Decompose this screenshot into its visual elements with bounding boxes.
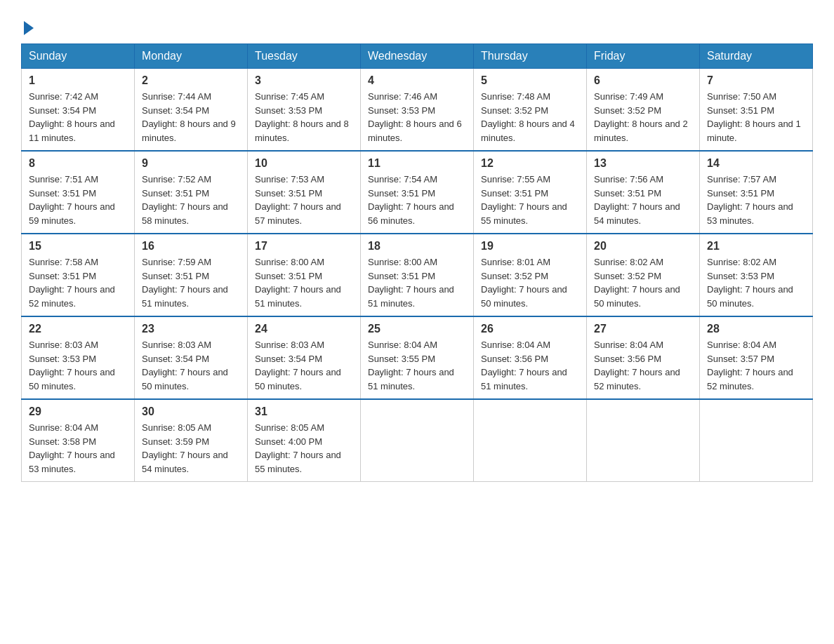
day-info: Sunrise: 8:05 AMSunset: 4:00 PMDaylight:…: [255, 421, 353, 476]
day-number: 10: [255, 157, 353, 170]
day-number: 15: [29, 240, 127, 253]
day-info: Sunrise: 7:50 AMSunset: 3:51 PMDaylight:…: [707, 90, 805, 145]
calendar-cell: 17 Sunrise: 8:00 AMSunset: 3:51 PMDaylig…: [248, 234, 361, 316]
day-info: Sunrise: 8:00 AMSunset: 3:51 PMDaylight:…: [255, 255, 353, 310]
calendar-cell: 10 Sunrise: 7:53 AMSunset: 3:51 PMDaylig…: [248, 151, 361, 234]
day-info: Sunrise: 7:44 AMSunset: 3:54 PMDaylight:…: [142, 90, 240, 145]
calendar-cell: 6 Sunrise: 7:49 AMSunset: 3:52 PMDayligh…: [587, 69, 700, 152]
header-saturday: Saturday: [700, 44, 813, 69]
calendar-cell: 3 Sunrise: 7:45 AMSunset: 3:53 PMDayligh…: [248, 69, 361, 152]
day-info: Sunrise: 7:45 AMSunset: 3:53 PMDaylight:…: [255, 90, 353, 145]
day-number: 1: [29, 74, 127, 87]
day-info: Sunrise: 7:42 AMSunset: 3:54 PMDaylight:…: [29, 90, 127, 145]
calendar-cell: 4 Sunrise: 7:46 AMSunset: 3:53 PMDayligh…: [361, 69, 474, 152]
day-number: 17: [255, 240, 353, 253]
calendar-cell: [474, 399, 587, 482]
day-number: 23: [142, 323, 240, 335]
calendar-cell: 22 Sunrise: 8:03 AMSunset: 3:53 PMDaylig…: [22, 316, 135, 399]
calendar-cell: 24 Sunrise: 8:03 AMSunset: 3:54 PMDaylig…: [248, 316, 361, 399]
day-number: 4: [368, 74, 466, 87]
calendar-cell: 1 Sunrise: 7:42 AMSunset: 3:54 PMDayligh…: [22, 69, 135, 152]
day-info: Sunrise: 8:00 AMSunset: 3:51 PMDaylight:…: [368, 255, 466, 310]
calendar-cell: 31 Sunrise: 8:05 AMSunset: 4:00 PMDaylig…: [248, 399, 361, 482]
day-number: 3: [255, 74, 353, 87]
calendar-cell: 13 Sunrise: 7:56 AMSunset: 3:51 PMDaylig…: [587, 151, 700, 234]
calendar-cell: 23 Sunrise: 8:03 AMSunset: 3:54 PMDaylig…: [135, 316, 248, 399]
day-info: Sunrise: 8:03 AMSunset: 3:54 PMDaylight:…: [142, 338, 240, 393]
calendar-cell: 7 Sunrise: 7:50 AMSunset: 3:51 PMDayligh…: [700, 69, 813, 152]
calendar-table: SundayMondayTuesdayWednesdayThursdayFrid…: [21, 43, 813, 482]
day-number: 9: [142, 157, 240, 170]
day-number: 11: [368, 157, 466, 170]
logo-top: [21, 20, 34, 35]
day-info: Sunrise: 7:52 AMSunset: 3:51 PMDaylight:…: [142, 173, 240, 227]
week-row-4: 22 Sunrise: 8:03 AMSunset: 3:53 PMDaylig…: [22, 316, 813, 399]
day-number: 25: [368, 323, 466, 335]
calendar-header-row: SundayMondayTuesdayWednesdayThursdayFrid…: [22, 44, 813, 69]
calendar-cell: 11 Sunrise: 7:54 AMSunset: 3:51 PMDaylig…: [361, 151, 474, 234]
day-info: Sunrise: 8:04 AMSunset: 3:57 PMDaylight:…: [707, 338, 805, 393]
day-info: Sunrise: 7:59 AMSunset: 3:51 PMDaylight:…: [142, 255, 240, 310]
calendar-cell: 29 Sunrise: 8:04 AMSunset: 3:58 PMDaylig…: [22, 399, 135, 482]
day-info: Sunrise: 8:01 AMSunset: 3:52 PMDaylight:…: [481, 255, 579, 310]
calendar-cell: 21 Sunrise: 8:02 AMSunset: 3:53 PMDaylig…: [700, 234, 813, 316]
calendar-cell: 16 Sunrise: 7:59 AMSunset: 3:51 PMDaylig…: [135, 234, 248, 316]
header-tuesday: Tuesday: [248, 44, 361, 69]
header-friday: Friday: [587, 44, 700, 69]
day-number: 16: [142, 240, 240, 253]
day-number: 13: [594, 157, 692, 170]
day-info: Sunrise: 8:03 AMSunset: 3:54 PMDaylight:…: [255, 338, 353, 393]
day-info: Sunrise: 8:04 AMSunset: 3:58 PMDaylight:…: [29, 421, 127, 476]
calendar-cell: [587, 399, 700, 482]
day-info: Sunrise: 8:04 AMSunset: 3:56 PMDaylight:…: [481, 338, 579, 393]
day-number: 7: [707, 74, 805, 87]
logo: [21, 20, 34, 32]
day-info: Sunrise: 7:53 AMSunset: 3:51 PMDaylight:…: [255, 173, 353, 227]
day-info: Sunrise: 8:05 AMSunset: 3:59 PMDaylight:…: [142, 421, 240, 476]
calendar-cell: 18 Sunrise: 8:00 AMSunset: 3:51 PMDaylig…: [361, 234, 474, 316]
calendar-cell: 8 Sunrise: 7:51 AMSunset: 3:51 PMDayligh…: [22, 151, 135, 234]
calendar-cell: 28 Sunrise: 8:04 AMSunset: 3:57 PMDaylig…: [700, 316, 813, 399]
day-number: 5: [481, 74, 579, 87]
day-number: 6: [594, 74, 692, 87]
day-number: 29: [29, 405, 127, 418]
calendar-cell: 25 Sunrise: 8:04 AMSunset: 3:55 PMDaylig…: [361, 316, 474, 399]
header-monday: Monday: [135, 44, 248, 69]
calendar-cell: 15 Sunrise: 7:58 AMSunset: 3:51 PMDaylig…: [22, 234, 135, 316]
day-info: Sunrise: 7:49 AMSunset: 3:52 PMDaylight:…: [594, 90, 692, 145]
week-row-2: 8 Sunrise: 7:51 AMSunset: 3:51 PMDayligh…: [22, 151, 813, 234]
day-number: 2: [142, 74, 240, 87]
day-info: Sunrise: 7:55 AMSunset: 3:51 PMDaylight:…: [481, 173, 579, 227]
calendar-cell: 5 Sunrise: 7:48 AMSunset: 3:52 PMDayligh…: [474, 69, 587, 152]
calendar-cell: 26 Sunrise: 8:04 AMSunset: 3:56 PMDaylig…: [474, 316, 587, 399]
calendar-cell: 12 Sunrise: 7:55 AMSunset: 3:51 PMDaylig…: [474, 151, 587, 234]
day-info: Sunrise: 7:48 AMSunset: 3:52 PMDaylight:…: [481, 90, 579, 145]
week-row-3: 15 Sunrise: 7:58 AMSunset: 3:51 PMDaylig…: [22, 234, 813, 316]
day-number: 18: [368, 240, 466, 253]
day-info: Sunrise: 8:04 AMSunset: 3:55 PMDaylight:…: [368, 338, 466, 393]
calendar-cell: 20 Sunrise: 8:02 AMSunset: 3:52 PMDaylig…: [587, 234, 700, 316]
day-number: 26: [481, 323, 579, 335]
day-info: Sunrise: 7:46 AMSunset: 3:53 PMDaylight:…: [368, 90, 466, 145]
day-number: 31: [255, 405, 353, 418]
day-number: 22: [29, 323, 127, 335]
day-number: 30: [142, 405, 240, 418]
day-info: Sunrise: 7:51 AMSunset: 3:51 PMDaylight:…: [29, 173, 127, 227]
day-info: Sunrise: 8:02 AMSunset: 3:53 PMDaylight:…: [707, 255, 805, 310]
calendar-cell: 30 Sunrise: 8:05 AMSunset: 3:59 PMDaylig…: [135, 399, 248, 482]
calendar-cell: 19 Sunrise: 8:01 AMSunset: 3:52 PMDaylig…: [474, 234, 587, 316]
day-number: 27: [594, 323, 692, 335]
day-number: 14: [707, 157, 805, 170]
calendar-cell: 27 Sunrise: 8:04 AMSunset: 3:56 PMDaylig…: [587, 316, 700, 399]
day-number: 20: [594, 240, 692, 253]
day-info: Sunrise: 7:57 AMSunset: 3:51 PMDaylight:…: [707, 173, 805, 227]
calendar-cell: 9 Sunrise: 7:52 AMSunset: 3:51 PMDayligh…: [135, 151, 248, 234]
header-sunday: Sunday: [22, 44, 135, 69]
calendar-cell: [700, 399, 813, 482]
header-thursday: Thursday: [474, 44, 587, 69]
day-info: Sunrise: 7:58 AMSunset: 3:51 PMDaylight:…: [29, 255, 127, 310]
calendar-cell: 14 Sunrise: 7:57 AMSunset: 3:51 PMDaylig…: [700, 151, 813, 234]
day-number: 12: [481, 157, 579, 170]
day-number: 28: [707, 323, 805, 335]
day-info: Sunrise: 8:04 AMSunset: 3:56 PMDaylight:…: [594, 338, 692, 393]
